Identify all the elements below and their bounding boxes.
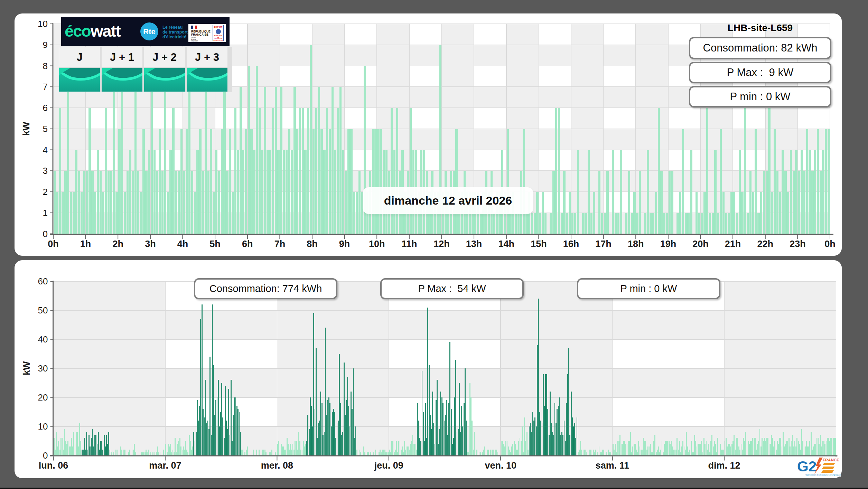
svg-text:16h: 16h	[563, 239, 579, 249]
svg-text:FRANCE: FRANCE	[823, 458, 839, 462]
svg-text:4h: 4h	[177, 239, 188, 249]
svg-text:9: 9	[43, 40, 48, 50]
svg-text:4: 4	[43, 145, 48, 155]
svg-text:13h: 13h	[466, 239, 482, 249]
svg-text:15h: 15h	[531, 239, 547, 249]
svg-text:10h: 10h	[369, 239, 385, 249]
svg-text:2h: 2h	[112, 239, 123, 249]
svg-text:23h: 23h	[790, 239, 806, 249]
svg-text:8: 8	[43, 61, 48, 71]
svg-text:7: 7	[43, 82, 48, 92]
svg-text:dim. 12: dim. 12	[708, 460, 740, 471]
svg-text:mar. 07: mar. 07	[149, 460, 181, 471]
svg-text:14h: 14h	[498, 239, 515, 249]
svg-text:60: 60	[38, 276, 48, 286]
svg-text:2: 2	[43, 187, 48, 197]
svg-text:1: 1	[43, 208, 48, 218]
svg-text:7h: 7h	[274, 239, 286, 249]
svg-text:mer. 08: mer. 08	[261, 460, 293, 471]
svg-text:1h: 1h	[80, 239, 91, 249]
svg-text:40: 40	[38, 334, 48, 345]
svg-text:10: 10	[38, 421, 48, 432]
svg-text:21h: 21h	[725, 239, 741, 249]
svg-text:sam. 11: sam. 11	[596, 460, 629, 471]
svg-text:5: 5	[43, 124, 48, 134]
svg-text:0: 0	[43, 229, 48, 239]
svg-text:18h: 18h	[628, 239, 644, 249]
svg-text:6: 6	[43, 103, 48, 113]
svg-text:11h: 11h	[401, 239, 417, 249]
svg-text:Rte: Rte	[143, 27, 155, 36]
svg-text:lun. 06: lun. 06	[39, 460, 68, 471]
svg-text:19h: 19h	[660, 239, 676, 249]
svg-text:Optimisation des ressources én: Optimisation des ressources énergétiques	[805, 474, 841, 476]
svg-text:3: 3	[43, 166, 48, 176]
svg-text:ven. 10: ven. 10	[485, 460, 516, 471]
svg-text:0: 0	[43, 450, 48, 461]
svg-text:17h: 17h	[595, 239, 612, 249]
svg-text:kW: kW	[21, 122, 31, 136]
svg-text:10: 10	[38, 19, 48, 29]
svg-text:5h: 5h	[209, 239, 221, 249]
svg-text:9h: 9h	[339, 239, 350, 249]
svg-text:50: 50	[38, 305, 48, 316]
svg-text:6h: 6h	[242, 239, 253, 249]
svg-text:0h: 0h	[824, 239, 836, 249]
svg-text:8h: 8h	[307, 239, 318, 249]
svg-text:22h: 22h	[757, 239, 774, 249]
svg-text:3h: 3h	[145, 239, 156, 249]
svg-text:G2: G2	[797, 458, 816, 474]
svg-text:12h: 12h	[433, 239, 450, 249]
svg-text:20: 20	[38, 392, 48, 403]
svg-text:30: 30	[38, 363, 48, 374]
svg-text:kW: kW	[21, 361, 32, 375]
svg-text:0h: 0h	[48, 239, 59, 249]
svg-text:20h: 20h	[692, 239, 709, 249]
svg-text:jeu. 09: jeu. 09	[374, 460, 403, 471]
